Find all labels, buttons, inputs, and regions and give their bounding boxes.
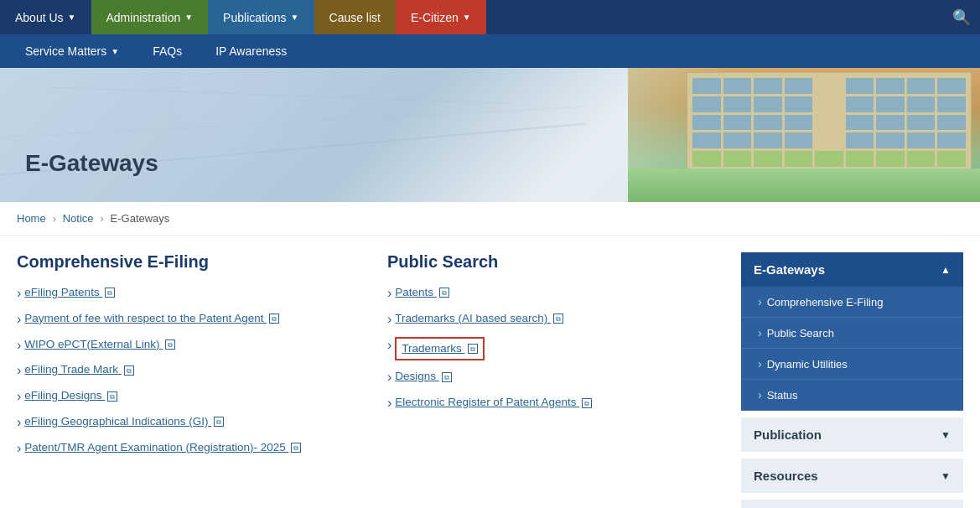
- chevron-up-icon: ▲: [941, 264, 951, 276]
- nav-label-faqs: FAQs: [153, 44, 182, 58]
- nav-item-faqs[interactable]: FAQs: [136, 34, 199, 68]
- nav-arrow-ecitizen: ▼: [463, 13, 471, 22]
- list-item: Designs ⧉: [387, 369, 724, 386]
- nav-label-admin: Administration: [106, 11, 181, 24]
- efiling-link-list: eFiling Patents ⧉ Payment of fee with re…: [17, 285, 354, 458]
- electronic-register-link[interactable]: Electronic Register of Patent Agents ⧉: [395, 395, 592, 411]
- public-search-section: Public Search Patents ⧉ Trademarks (AI b…: [387, 252, 724, 466]
- top-navigation: About Us ▼ Administration ▼ Publications…: [0, 0, 980, 34]
- nav-label-about: About Us: [15, 11, 64, 24]
- sidebar-header-publication[interactable]: Publication ▼: [741, 417, 963, 452]
- external-link-icon: ⧉: [214, 417, 224, 427]
- external-link-icon: ⧉: [105, 288, 115, 298]
- patent-tmr-link[interactable]: Patent/TMR Agent Examination (Registrati…: [24, 440, 301, 456]
- page-banner: E-Gateways: [0, 68, 980, 202]
- nav-arrow-admin: ▼: [184, 13, 193, 22]
- nav-arrow-service-matters: ▼: [111, 47, 119, 56]
- list-item: eFiling Trade Mark ⧉: [17, 362, 354, 380]
- nav-label-cause: Cause list: [329, 11, 381, 24]
- content-area: Comprehensive E-Filing eFiling Patents ⧉…: [17, 252, 724, 508]
- secondary-navigation: Service Matters ▼ FAQs IP Awareness: [0, 34, 980, 68]
- nav-label-service-matters: Service Matters: [25, 44, 106, 58]
- external-link-icon: ⧉: [107, 391, 117, 402]
- list-item: Trademarks (AI based search) ⧉: [387, 311, 724, 329]
- public-search-link-list: Patents ⧉ Trademarks (AI based search) ⧉…: [387, 285, 724, 412]
- efiling-patents-link[interactable]: eFiling Patents ⧉: [24, 285, 115, 301]
- external-link-icon: ⧉: [468, 344, 478, 354]
- highlighted-trademarks: Trademarks ⧉: [395, 337, 484, 361]
- sidebar-item-label: Dynamic Utilities: [767, 358, 848, 371]
- sidebar-header-related-websites[interactable]: Related Websites ▼: [741, 500, 963, 508]
- sidebar-section-resources: Resources ▼: [741, 459, 963, 493]
- list-item: eFiling Designs ⧉: [17, 388, 354, 406]
- nav-item-administration[interactable]: Administration ▼: [91, 0, 209, 34]
- nav-item-ip-awareness[interactable]: IP Awareness: [199, 34, 303, 68]
- chevron-down-icon: ▼: [941, 470, 951, 482]
- efiling-trademark-link[interactable]: eFiling Trade Mark ⧉: [24, 362, 134, 378]
- external-link-icon: ⧉: [269, 314, 279, 324]
- nav-arrow-about: ▼: [68, 13, 76, 22]
- trademarks-ai-link[interactable]: Trademarks (AI based search) ⧉: [395, 311, 563, 327]
- sidebar-section-publication: Publication ▼: [741, 417, 963, 452]
- list-item: Payment of fee with respect to the Paten…: [17, 311, 354, 329]
- trademarks-link[interactable]: Trademarks ⧉: [402, 341, 477, 357]
- efiling-designs-link[interactable]: eFiling Designs ⧉: [24, 388, 117, 404]
- external-link-icon: ⧉: [553, 314, 563, 324]
- sidebar-item-status[interactable]: Status: [741, 380, 963, 411]
- nav-item-cause[interactable]: Cause list: [314, 0, 396, 34]
- external-link-icon: ⧉: [165, 340, 175, 350]
- nav-item-publications[interactable]: Publications ▼: [208, 0, 314, 34]
- sidebar-section-related-websites: Related Websites ▼: [741, 500, 963, 508]
- sidebar-item-public-search[interactable]: Public Search: [741, 318, 963, 349]
- breadcrumb: Home › Notice › E-Gateways: [17, 212, 963, 225]
- nav-item-service-matters[interactable]: Service Matters ▼: [8, 34, 136, 68]
- list-item: eFiling Geographical Indications (GI) ⧉: [17, 414, 354, 432]
- sidebar-label-resources: Resources: [754, 469, 818, 483]
- page-title: E-Gateways: [25, 150, 158, 177]
- wipo-epct-link[interactable]: WIPO ePCT(External Link) ⧉: [24, 337, 175, 353]
- efiling-title: Comprehensive E-Filing: [17, 252, 354, 272]
- banner-building-image: [628, 68, 980, 202]
- list-item-highlighted: Trademarks ⧉: [387, 337, 724, 361]
- payment-fee-link[interactable]: Payment of fee with respect to the Paten…: [24, 311, 279, 327]
- breadcrumb-notice[interactable]: Notice: [63, 212, 94, 225]
- external-link-icon: ⧉: [291, 443, 301, 453]
- sidebar-item-label: Status: [767, 389, 798, 402]
- nav-label-ip-awareness: IP Awareness: [215, 44, 287, 58]
- efiling-gi-link[interactable]: eFiling Geographical Indications (GI) ⧉: [24, 414, 224, 430]
- sidebar-header-egateways[interactable]: E-Gateways ▲: [741, 252, 963, 287]
- breadcrumb-home[interactable]: Home: [17, 212, 46, 225]
- nav-item-ecitizen[interactable]: E-Citizen ▼: [396, 0, 486, 34]
- sidebar-label-publication: Publication: [754, 428, 822, 442]
- nav-arrow-publications: ▼: [291, 13, 299, 22]
- sidebar-label-egateways: E-Gateways: [754, 262, 825, 277]
- search-icon: 🔍: [952, 8, 971, 27]
- sidebar-item-label: Comprehensive E-Filing: [767, 296, 884, 308]
- nav-item-about[interactable]: About Us ▼: [0, 0, 91, 34]
- external-link-icon: ⧉: [582, 398, 592, 408]
- patents-search-link[interactable]: Patents ⧉: [395, 285, 449, 301]
- main-layout: Comprehensive E-Filing eFiling Patents ⧉…: [0, 236, 980, 508]
- breadcrumb-section: Home › Notice › E-Gateways: [0, 202, 980, 236]
- list-item: eFiling Patents ⧉: [17, 285, 354, 303]
- public-search-title: Public Search: [387, 252, 724, 272]
- sidebar-item-dynamic-utilities[interactable]: Dynamic Utilities: [741, 349, 963, 380]
- content-columns: Comprehensive E-Filing eFiling Patents ⧉…: [17, 252, 724, 466]
- sidebar-section-egateways: E-Gateways ▲ Comprehensive E-Filing Publ…: [741, 252, 963, 411]
- breadcrumb-sep-2: ›: [101, 213, 104, 225]
- nav-label-publications: Publications: [223, 11, 287, 24]
- sidebar: E-Gateways ▲ Comprehensive E-Filing Publ…: [741, 252, 963, 508]
- external-link-icon: ⧉: [442, 372, 452, 382]
- banner-decoration: [0, 68, 587, 202]
- sidebar-item-comprehensive-efiling[interactable]: Comprehensive E-Filing: [741, 287, 963, 318]
- list-item: Patent/TMR Agent Examination (Registrati…: [17, 440, 354, 458]
- external-link-icon: ⧉: [124, 365, 134, 376]
- designs-link[interactable]: Designs ⧉: [395, 369, 452, 385]
- list-item: Electronic Register of Patent Agents ⧉: [387, 395, 724, 412]
- sidebar-item-label: Public Search: [767, 327, 834, 340]
- search-button[interactable]: 🔍: [942, 0, 980, 34]
- list-item: WIPO ePCT(External Link) ⧉: [17, 337, 354, 355]
- sidebar-header-resources[interactable]: Resources ▼: [741, 459, 963, 493]
- sidebar-submenu-egateways: Comprehensive E-Filing Public Search Dyn…: [741, 287, 963, 411]
- external-link-icon: ⧉: [439, 288, 449, 298]
